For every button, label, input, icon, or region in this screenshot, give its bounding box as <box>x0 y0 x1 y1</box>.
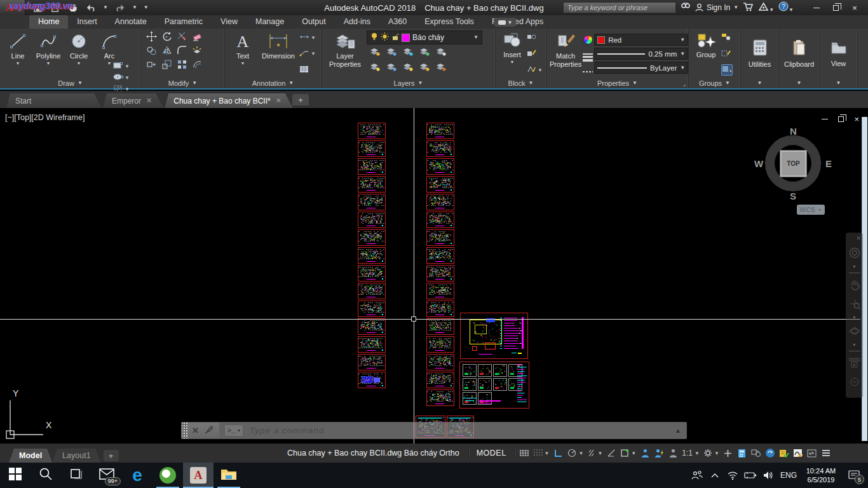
array-icon[interactable] <box>177 59 187 72</box>
taskbar-clock[interactable]: 10:24 AM 6/5/2019 <box>801 466 841 485</box>
close-tab-icon[interactable]: ✕ <box>276 97 281 105</box>
viewcube-south[interactable]: S <box>790 191 796 201</box>
drawing-thumbnail[interactable] <box>358 283 386 299</box>
drawing-thumbnail[interactable] <box>358 336 386 353</box>
new-drawing-tab-button[interactable]: + <box>292 94 309 105</box>
customize-qat-icon[interactable]: ▼ <box>144 5 149 10</box>
color-wheel-icon[interactable] <box>583 35 593 44</box>
view-button[interactable]: View <box>823 30 854 77</box>
tab-2[interactable]: Annotate <box>106 15 156 29</box>
command-input[interactable] <box>243 426 670 435</box>
tab-1[interactable]: Insert <box>68 15 105 29</box>
otrack-icon[interactable] <box>604 446 618 460</box>
hardware-acceleration-icon[interactable] <box>763 446 777 460</box>
navbar-close-icon[interactable]: ✕ <box>856 235 861 241</box>
annotation-scale-icon[interactable] <box>666 446 680 460</box>
trim-icon[interactable] <box>177 31 187 44</box>
table-icon[interactable] <box>299 65 309 74</box>
clipboard-button[interactable]: Clipboard <box>782 30 816 77</box>
polar-tracking-icon[interactable]: ▼ <box>566 446 586 460</box>
task-view-button[interactable] <box>61 463 92 488</box>
command-bar-grip[interactable] <box>182 423 188 438</box>
minimize-button[interactable] <box>807 1 826 15</box>
tab-1[interactable]: Emperor ✕ <box>103 93 163 108</box>
lineweight-dropdown[interactable]: 0.25 mm ▼ <box>594 48 688 60</box>
ribbon-collapse-button[interactable]: ▼ <box>494 18 516 27</box>
drawing-thumbnail[interactable] <box>426 158 454 175</box>
tab-model[interactable]: Model <box>9 449 52 463</box>
showmotion-icon[interactable] <box>848 355 861 370</box>
drawing-thumbnail[interactable] <box>358 229 386 246</box>
layer-thaw-icon[interactable] <box>386 62 397 74</box>
wifi-icon[interactable] <box>724 463 741 488</box>
help-search-input[interactable] <box>563 2 676 13</box>
close-command-icon[interactable]: ✕ <box>192 426 199 435</box>
people-icon[interactable] <box>689 463 705 488</box>
tab-8[interactable]: A360 <box>379 15 416 29</box>
panel-title-properties[interactable]: Properties▼⌟ <box>546 78 688 88</box>
trusted-dwg-icon[interactable] <box>777 446 791 460</box>
action-center-button[interactable]: 5 <box>843 463 865 488</box>
tab-5[interactable]: Manage <box>247 15 293 29</box>
isodraft-icon[interactable]: ▼ <box>585 446 604 460</box>
layer-walk-icon[interactable] <box>436 62 446 74</box>
scale-icon[interactable] <box>161 59 172 72</box>
layer-dropdown[interactable]: Báo cháy ▼ <box>367 30 482 44</box>
panel-title-annotation[interactable]: Annotation▼ <box>225 78 321 88</box>
help-icon[interactable]: ?▼ <box>778 1 794 14</box>
panel-title-view[interactable]: ▼ <box>820 78 857 88</box>
edge-button[interactable]: e <box>122 463 153 488</box>
circle-tool[interactable]: Circle ▼ <box>64 30 93 77</box>
attribute-icon[interactable] <box>527 65 536 74</box>
units-icon[interactable] <box>735 446 749 460</box>
linetype-icon[interactable] <box>583 71 593 72</box>
drawing-thumbnail[interactable] <box>358 372 386 388</box>
insert-block-button[interactable]: Insert ▼ <box>499 30 526 77</box>
viewcube-east[interactable]: E <box>825 158 832 169</box>
model-space-toggle[interactable]: MODEL <box>471 449 512 458</box>
explorer-button[interactable] <box>214 463 244 488</box>
app-store-icon[interactable] <box>743 2 754 14</box>
drawing-thumbnail[interactable] <box>426 140 454 157</box>
tray-expand-icon[interactable] <box>707 463 723 488</box>
layer-on-icon[interactable] <box>370 62 380 74</box>
viewcube-west[interactable]: W <box>754 158 763 169</box>
drawing-thumbnail[interactable] <box>358 158 386 175</box>
copy-icon[interactable] <box>146 45 157 58</box>
drawing-thumbnail[interactable] <box>426 212 454 228</box>
drawing-thumbnail[interactable] <box>358 176 386 193</box>
drawing-thumbnail[interactable] <box>426 194 454 210</box>
performance-icon[interactable] <box>791 446 805 460</box>
rectangle-icon[interactable] <box>113 62 123 71</box>
edit-block-icon[interactable] <box>527 50 536 58</box>
command-history-icon[interactable]: ▲ <box>670 427 686 434</box>
viewport-controls-label[interactable]: [−][Top][2D Wireframe] <box>5 113 85 122</box>
close-drawing-icon[interactable]: × <box>854 114 859 124</box>
panel-title-layers[interactable]: Layers▼ <box>322 78 495 88</box>
explode-icon[interactable] <box>192 45 203 58</box>
polyline-tool[interactable]: Polyline ▼ <box>34 30 63 77</box>
drawing-viewport[interactable]: [−][Top][2D Wireframe] × N S W E TOP WCS… <box>0 108 868 444</box>
text-tool[interactable]: A Text ▼ <box>228 30 257 77</box>
create-block-icon[interactable] <box>527 33 536 42</box>
drawing-thumbnail[interactable] <box>426 265 454 281</box>
layer-current-icon[interactable] <box>403 62 413 74</box>
mirror-icon[interactable] <box>161 45 172 58</box>
drawing-thumbnail[interactable] <box>358 212 386 228</box>
utilities-button[interactable]: Utilities <box>744 30 775 77</box>
clean-screen-icon[interactable] <box>805 446 819 460</box>
undo-dropdown-icon[interactable]: ▼ <box>103 5 108 10</box>
panel-title-utilities[interactable]: ▼ <box>741 78 778 88</box>
drawing-thumbnail[interactable] <box>358 354 386 370</box>
line-tool[interactable]: Line ▼ <box>3 30 32 77</box>
pan-icon[interactable] <box>848 277 861 292</box>
drawing-thumbnail[interactable] <box>358 123 386 139</box>
layer-properties-button[interactable]: Layer Properties <box>325 30 365 77</box>
battery-icon[interactable] <box>742 463 759 488</box>
panel-title-block[interactable]: Block▼ <box>496 78 546 88</box>
dialog-launcher-icon[interactable]: ⌟ <box>683 81 686 87</box>
tab-3[interactable]: Parametric <box>156 15 212 29</box>
tab-7[interactable]: Add-ins <box>335 15 379 29</box>
tab-4[interactable]: View <box>212 15 247 29</box>
linear-dimension-icon[interactable] <box>299 34 309 41</box>
